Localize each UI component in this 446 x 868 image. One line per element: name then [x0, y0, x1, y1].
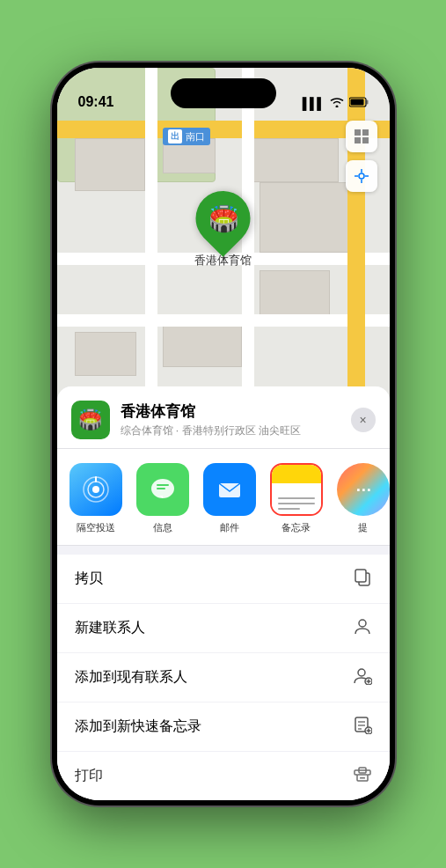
- note-line-3: [278, 508, 300, 510]
- close-button[interactable]: ×: [351, 408, 376, 432]
- location-button[interactable]: [346, 160, 377, 192]
- svg-rect-3: [355, 129, 361, 136]
- share-item-mail[interactable]: 邮件: [200, 463, 260, 534]
- svg-rect-19: [157, 488, 165, 489]
- new-contact-label: 新建联系人: [75, 619, 145, 637]
- note-line-2: [278, 503, 315, 504]
- more-icon: ⋯: [337, 463, 390, 516]
- svg-rect-37: [360, 777, 365, 779]
- action-item-print[interactable]: 打印: [57, 752, 390, 800]
- quick-note-icon: [353, 715, 372, 739]
- status-time: 09:41: [78, 94, 114, 110]
- notes-label: 备忘录: [281, 521, 311, 534]
- action-item-quick-note[interactable]: 添加到新快速备忘录: [57, 702, 390, 752]
- action-list: 拷贝 新建联系人: [57, 555, 390, 800]
- pin-icon: 🏟️: [208, 204, 238, 233]
- copy-icon: [353, 567, 372, 591]
- map-controls: [346, 121, 377, 192]
- notes-icon: [272, 465, 321, 514]
- battery-icon: [349, 97, 369, 110]
- print-label: 打印: [75, 767, 103, 785]
- venue-logo: 🏟️: [71, 401, 110, 439]
- venue-name: 香港体育馆: [121, 401, 340, 422]
- messages-label: 信息: [153, 521, 172, 534]
- share-item-more[interactable]: ⋯ 提: [333, 463, 390, 534]
- messages-icon: [136, 463, 189, 516]
- wifi-icon: [330, 97, 344, 110]
- notes-icon-container: [270, 463, 323, 516]
- airdrop-label: 隔空投送: [77, 521, 115, 534]
- dynamic-island: [171, 78, 276, 108]
- svg-rect-2: [366, 100, 368, 105]
- location-pin: 🏟️ 香港体育馆: [194, 191, 252, 268]
- venue-description: 综合体育馆 · 香港特别行政区 油尖旺区: [121, 423, 340, 438]
- action-item-add-existing[interactable]: 添加到现有联系人: [57, 653, 390, 702]
- svg-rect-4: [362, 129, 369, 136]
- svg-point-23: [359, 620, 366, 627]
- share-item-messages[interactable]: 信息: [133, 463, 193, 534]
- note-line-1: [278, 497, 315, 499]
- more-label: 提: [358, 521, 368, 534]
- svg-rect-6: [362, 137, 369, 143]
- svg-point-14: [92, 486, 99, 493]
- print-icon: [353, 764, 372, 788]
- svg-point-24: [358, 669, 365, 676]
- svg-rect-18: [157, 484, 169, 486]
- share-item-airdrop[interactable]: 隔空投送: [66, 463, 126, 534]
- airdrop-icon: [69, 463, 122, 516]
- map-area: 出 南口: [57, 68, 390, 438]
- venue-info: 香港体育馆 综合体育馆 · 香港特别行政区 油尖旺区: [121, 401, 340, 438]
- svg-point-7: [359, 173, 364, 179]
- copy-label: 拷贝: [75, 570, 103, 588]
- svg-rect-1: [350, 99, 363, 106]
- add-existing-icon: [353, 666, 372, 689]
- action-item-copy[interactable]: 拷贝: [57, 555, 390, 604]
- quick-note-label: 添加到新快速备忘录: [75, 717, 201, 736]
- bottom-sheet: 🏟️ 香港体育馆 综合体育馆 · 香港特别行政区 油尖旺区 ×: [57, 386, 390, 800]
- mail-label: 邮件: [220, 521, 239, 534]
- svg-rect-5: [355, 137, 361, 143]
- share-item-notes[interactable]: 备忘录: [267, 463, 326, 534]
- sheet-header: 🏟️ 香港体育馆 综合体育馆 · 香港特别行政区 油尖旺区 ×: [57, 386, 390, 449]
- action-item-new-contact[interactable]: 新建联系人: [57, 604, 390, 653]
- status-icons: ▌▌▌: [303, 97, 369, 110]
- phone-screen: 09:41 ▌▌▌: [57, 68, 390, 800]
- share-actions-row: 隔空投送 信息: [57, 449, 390, 546]
- new-contact-icon: [353, 616, 372, 640]
- svg-rect-22: [355, 570, 366, 582]
- map-view-toggle[interactable]: [346, 121, 377, 152]
- mail-icon: [203, 463, 256, 516]
- map-entrance-label: 出 南口: [163, 128, 210, 145]
- phone-frame: 09:41 ▌▌▌: [52, 63, 395, 805]
- signal-icon: ▌▌▌: [303, 97, 325, 110]
- add-existing-label: 添加到现有联系人: [75, 668, 187, 687]
